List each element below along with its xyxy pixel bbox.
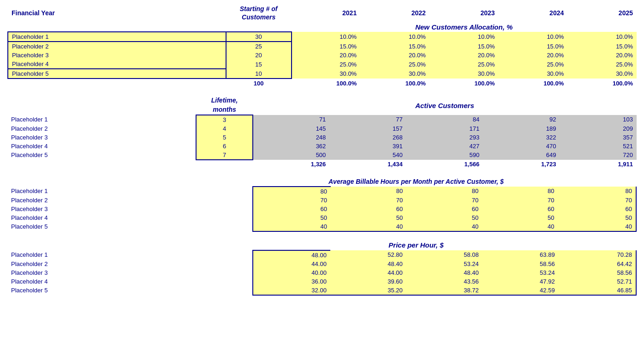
section3-row3-2022: 60 xyxy=(331,205,406,213)
section2-row3-2025: 357 xyxy=(560,133,637,142)
section1-row2-2021: 15.0% xyxy=(292,42,361,51)
year-2023-header: 2023 xyxy=(429,4,499,22)
section3-row1-2025: 80 xyxy=(558,187,636,196)
section1-row5-2025: 30.0% xyxy=(567,69,637,79)
table-row: Placeholder 4 6 362 391 427 470 521 xyxy=(7,142,637,151)
section2-row3-2023: 293 xyxy=(406,133,483,142)
section4-row2-2025: 64.42 xyxy=(559,260,636,268)
section1-row1-starting: 30 xyxy=(226,32,292,42)
section3-row5-2022: 40 xyxy=(331,222,406,231)
section4-row2-2022: 48.40 xyxy=(330,260,406,268)
section4-row4-2023: 43.56 xyxy=(406,277,483,286)
section3-row3-2021: 60 xyxy=(253,205,331,213)
section2-total-lifetime xyxy=(196,160,253,169)
section1-row2-starting: 25 xyxy=(226,42,292,51)
section2-row4-2021: 362 xyxy=(253,142,329,151)
section1-row5-2022: 30.0% xyxy=(360,69,429,79)
section1-row5-label: Placeholder 5 xyxy=(8,69,226,79)
section2-row3-2024: 322 xyxy=(483,133,560,142)
section4-row5-2021: 32.00 xyxy=(253,286,330,295)
section4-row2-2024: 58.56 xyxy=(483,260,559,268)
section2-row1-2023: 84 xyxy=(406,115,483,124)
section3-row4-label: Placeholder 4 xyxy=(7,213,196,222)
table-row: Placeholder 4 36.00 39.60 43.56 47.92 52… xyxy=(7,277,636,286)
section2-row1-2021: 71 xyxy=(253,115,329,124)
section2-row3-label: Placeholder 3 xyxy=(7,133,196,142)
section2-row2-label: Placeholder 2 xyxy=(7,124,196,133)
section2-row5-lifetime: 7 xyxy=(196,151,253,160)
section1: Financial Year Starting # ofCustomers 20… xyxy=(7,4,637,88)
section2-total-2025: 1,911 xyxy=(560,160,637,169)
year-2021-header: 2021 xyxy=(292,4,361,22)
section4: Price per Hour, $ Placeholder 1 48.00 52… xyxy=(7,240,637,296)
year-2024-header: 2024 xyxy=(499,4,568,22)
section2-row4-2023: 427 xyxy=(406,142,483,151)
section1-total-2021: 100.0% xyxy=(292,79,361,88)
section1-row1-2022: 10.0% xyxy=(360,32,429,42)
section1-row4-2025: 25.0% xyxy=(567,60,637,69)
section4-row5-2025: 46.85 xyxy=(559,286,636,295)
section4-row3-label: Placeholder 3 xyxy=(7,268,196,277)
year-2022-header: 2022 xyxy=(360,4,429,22)
section4-row3-2023: 48.40 xyxy=(406,268,483,277)
section2-row2-2024: 189 xyxy=(483,124,560,133)
section4-row4-label: Placeholder 4 xyxy=(7,277,196,286)
section1-row3-2025: 20.0% xyxy=(567,51,637,60)
year-2025-header: 2025 xyxy=(567,4,637,22)
section2-row5-label: Placeholder 5 xyxy=(7,151,196,160)
section3-row5-label: Placeholder 5 xyxy=(7,222,196,231)
section1-total-2025: 100.0% xyxy=(567,79,637,88)
section1-row4-2024: 25.0% xyxy=(499,60,568,69)
starting-customers-header: Starting # ofCustomers xyxy=(226,4,292,22)
section1-row3-2021: 20.0% xyxy=(292,51,361,60)
section1-row3-starting: 20 xyxy=(226,51,292,60)
section2-row3-lifetime: 5 xyxy=(196,133,253,142)
section3-row4-2021: 50 xyxy=(253,213,331,222)
section1-row5-2021: 30.0% xyxy=(292,69,361,79)
section1-total-2023: 100.0% xyxy=(429,79,499,88)
section2-row2-2022: 157 xyxy=(329,124,406,133)
table-row: Placeholder 2 25 15.0% 15.0% 15.0% 15.0%… xyxy=(8,42,637,51)
section1-row2-label: Placeholder 2 xyxy=(8,42,226,51)
section1-row4-2023: 25.0% xyxy=(429,60,499,69)
section2-row1-2025: 103 xyxy=(560,115,637,124)
section3-row2-2021: 70 xyxy=(253,196,331,205)
section4-row4-2025: 52.71 xyxy=(559,277,636,286)
section2-row3-2021: 248 xyxy=(253,133,329,142)
section3-row3-2025: 60 xyxy=(558,205,636,213)
section1-row3-label: Placeholder 3 xyxy=(8,51,226,60)
section1-total-label xyxy=(8,79,226,88)
avg-billable-hours-header: Average Billable Hours per Month per Act… xyxy=(196,177,636,187)
section2-row5-2021: 500 xyxy=(253,151,329,160)
table-row: Placeholder 3 5 248 268 293 322 357 xyxy=(7,133,637,142)
section3-row1-2022: 80 xyxy=(331,187,406,196)
section3-row5-2021: 40 xyxy=(253,222,331,231)
section3-row2-2023: 70 xyxy=(406,196,482,205)
section2-row4-2025: 521 xyxy=(560,142,637,151)
section3-row3-2024: 60 xyxy=(482,205,558,213)
price-per-hour-header: Price per Hour, $ xyxy=(196,240,636,250)
section4-row4-2022: 39.60 xyxy=(330,277,406,286)
section2-row4-2022: 391 xyxy=(329,142,406,151)
section4-row2-2023: 53.24 xyxy=(406,260,483,268)
table-row: Placeholder 1 30 10.0% 10.0% 10.0% 10.0%… xyxy=(8,32,637,42)
section4-row1-2024: 63.89 xyxy=(483,250,559,260)
section2-row5-2022: 540 xyxy=(329,151,406,160)
section1-row5-starting: 10 xyxy=(226,69,292,79)
section1-total-starting: 100 xyxy=(226,79,292,88)
section2-total-label xyxy=(7,160,196,169)
section1-row5-2023: 30.0% xyxy=(429,69,499,79)
table-row: Placeholder 3 40.00 44.00 48.40 53.24 58… xyxy=(7,268,636,277)
section3-row5-2025: 40 xyxy=(558,222,636,231)
section1-row3-2023: 20.0% xyxy=(429,51,499,60)
section4-row2-2021: 44.00 xyxy=(253,260,330,268)
section2-row5-2025: 720 xyxy=(560,151,637,160)
page: Financial Year Starting # ofCustomers 20… xyxy=(0,0,644,308)
section2-total-2022: 1,434 xyxy=(329,160,406,169)
table-row: Placeholder 3 20 20.0% 20.0% 20.0% 20.0%… xyxy=(8,51,637,60)
table-row: Placeholder 5 10 30.0% 30.0% 30.0% 30.0%… xyxy=(8,69,637,79)
section1-row2-2024: 15.0% xyxy=(499,42,568,51)
lifetime-header: Lifetime,months xyxy=(196,96,253,115)
section3-row3-2023: 60 xyxy=(406,205,482,213)
section3-row1-label: Placeholder 1 xyxy=(7,187,196,196)
